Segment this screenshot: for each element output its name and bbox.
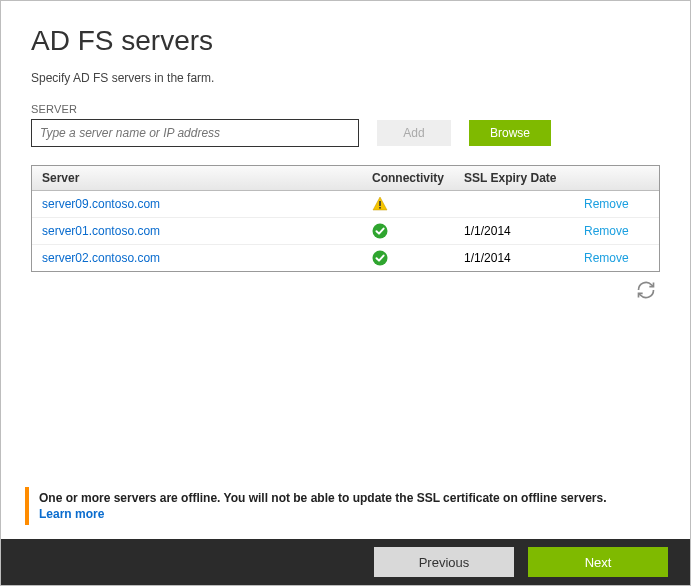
next-button[interactable]: Next (528, 547, 668, 577)
check-circle-icon (372, 250, 388, 266)
server-link[interactable]: server02.contoso.com (42, 251, 160, 265)
servers-table: Server Connectivity SSL Expiry Date serv… (32, 166, 659, 271)
server-input-row: Add Browse (31, 119, 660, 147)
col-header-server: Server (32, 166, 362, 191)
warning-triangle-icon (372, 196, 388, 212)
svg-rect-2 (379, 207, 381, 209)
add-button: Add (377, 120, 451, 146)
learn-more-link[interactable]: Learn more (39, 507, 104, 521)
servers-table-container: Server Connectivity SSL Expiry Date serv… (31, 165, 660, 272)
wizard-page: AD FS servers Specify AD FS servers in t… (0, 0, 691, 586)
server-input-label: SERVER (31, 103, 660, 115)
svg-rect-1 (379, 201, 381, 206)
table-row: server09.contoso.comRemove (32, 191, 659, 218)
remove-link[interactable]: Remove (584, 197, 629, 211)
browse-button[interactable]: Browse (469, 120, 551, 146)
col-header-connectivity: Connectivity (362, 166, 454, 191)
page-title: AD FS servers (31, 25, 660, 57)
col-header-action (574, 166, 659, 191)
remove-link[interactable]: Remove (584, 224, 629, 238)
warning-alert: One or more servers are offline. You wil… (25, 487, 666, 525)
table-header-row: Server Connectivity SSL Expiry Date (32, 166, 659, 191)
refresh-row (31, 272, 660, 304)
wizard-footer: Previous Next (1, 539, 690, 585)
content-area: AD FS servers Specify AD FS servers in t… (1, 1, 690, 304)
server-link[interactable]: server09.contoso.com (42, 197, 160, 211)
previous-button[interactable]: Previous (374, 547, 514, 577)
col-header-ssl: SSL Expiry Date (454, 166, 574, 191)
svg-point-3 (373, 224, 388, 239)
ssl-expiry-cell: 1/1/2014 (454, 245, 574, 272)
table-row: server01.contoso.com1/1/2014Remove (32, 218, 659, 245)
server-input[interactable] (31, 119, 359, 147)
page-description: Specify AD FS servers in the farm. (31, 71, 660, 85)
server-link[interactable]: server01.contoso.com (42, 224, 160, 238)
refresh-icon[interactable] (636, 280, 656, 300)
check-circle-icon (372, 223, 388, 239)
svg-point-4 (373, 251, 388, 266)
remove-link[interactable]: Remove (584, 251, 629, 265)
ssl-expiry-cell: 1/1/2014 (454, 218, 574, 245)
ssl-expiry-cell (454, 191, 574, 218)
alert-text: One or more servers are offline. You wil… (39, 491, 607, 505)
table-row: server02.contoso.com1/1/2014Remove (32, 245, 659, 272)
